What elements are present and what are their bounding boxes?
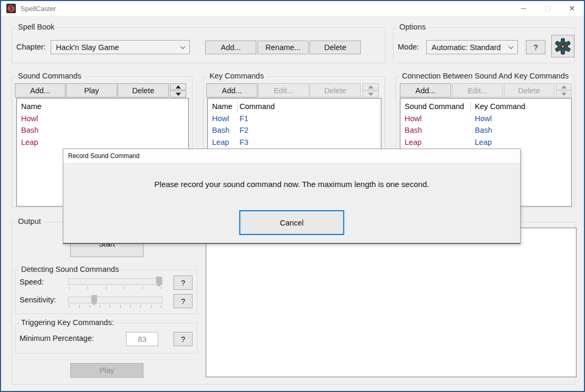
output-play-button: Play	[70, 363, 143, 378]
sound-commands-group-label: Sound Commands	[16, 72, 83, 80]
gear-icon	[554, 38, 571, 55]
move-down-button	[556, 91, 572, 97]
slider-thumb[interactable]	[156, 277, 162, 287]
down-arrow-icon	[561, 93, 567, 96]
speed-ticks	[69, 287, 161, 289]
speed-help-button[interactable]: ?	[174, 276, 193, 290]
connection-add-button[interactable]: Add...	[400, 83, 451, 97]
table-row[interactable]: LeapLeap	[400, 136, 571, 149]
up-arrow-icon	[368, 85, 373, 89]
column-divider	[471, 102, 471, 112]
window-title: SpellCaster	[21, 5, 56, 13]
sound-play-button[interactable]: Play	[66, 83, 117, 97]
down-arrow-icon	[368, 93, 373, 96]
sound-add-button[interactable]: Add...	[15, 83, 65, 97]
triggering-group-label: Triggering Key Commands:	[19, 318, 116, 327]
mode-help-button[interactable]: ?	[526, 40, 545, 54]
connection-group-label: Connection Between Sound And Key Command…	[400, 72, 571, 80]
percentage-help-button[interactable]: ?	[174, 332, 193, 346]
minimum-percentage-field[interactable]	[126, 332, 158, 346]
sound-delete-button[interactable]: Delete	[118, 83, 169, 97]
options-group: Options Mode: Automatic: Standard ?	[393, 27, 575, 63]
dialog-message: Please record your sound command now. Th…	[63, 180, 520, 189]
up-arrow-icon	[176, 85, 181, 89]
output-group: Output Start Detecting Sound Commands Sp…	[12, 222, 575, 385]
connection-reorder-spinner	[556, 83, 572, 97]
sensitivity-ticks	[69, 305, 161, 308]
spell-book-group-label: Spell Book	[16, 23, 56, 31]
connection-delete-button: Delete	[504, 83, 554, 97]
app-window: SpellCaster ✕ Spell Book Chapter: Hack'n…	[0, 0, 585, 392]
maximize-icon	[545, 6, 550, 11]
move-up-button	[556, 83, 572, 90]
move-up-button	[362, 83, 379, 90]
mode-value: Automatic: Standard	[431, 43, 509, 52]
mode-combobox[interactable]: Automatic: Standard	[426, 40, 518, 54]
key-delete-button: Delete	[310, 83, 361, 97]
speed-label: Speed:	[20, 278, 44, 286]
detecting-group: Detecting Sound Commands Speed: ? Sensit…	[15, 270, 197, 314]
chapter-label: Chapter:	[16, 43, 46, 51]
down-arrow-icon	[176, 93, 181, 96]
mode-label: Mode:	[398, 43, 419, 51]
close-button[interactable]: ✕	[560, 1, 584, 16]
chapter-add-button[interactable]: Add...	[205, 41, 256, 54]
list-item[interactable]: Howl	[17, 113, 188, 125]
connection-list-header: Sound CommandKey Command	[400, 101, 571, 113]
column-divider	[237, 102, 238, 112]
chapter-rename-button[interactable]: Rename...	[257, 41, 309, 54]
record-sound-dialog: Record Sound Command Please record your …	[63, 149, 521, 244]
sound-reorder-spinner	[170, 83, 186, 97]
table-row[interactable]: LeapF3	[208, 136, 381, 149]
settings-button[interactable]	[551, 35, 574, 57]
connection-edit-button: Edit...	[452, 83, 503, 97]
cancel-button[interactable]: Cancel	[239, 210, 344, 235]
list-item[interactable]: Leap	[17, 136, 188, 149]
sensitivity-label: Sensitivity:	[20, 296, 56, 304]
key-add-button[interactable]: Add...	[206, 83, 257, 97]
minimize-button[interactable]	[511, 1, 535, 16]
chapter-combobox[interactable]: Hack'n Slay Game	[51, 40, 190, 54]
move-down-button	[362, 91, 379, 97]
up-arrow-icon	[561, 85, 567, 89]
output-group-label: Output	[16, 217, 43, 226]
key-commands-group-label: Key Commands	[207, 72, 266, 80]
spell-book-group: Spell Book Chapter: Hack'n Slay Game Add…	[12, 27, 386, 63]
triggering-group: Triggering Key Commands: Minimum Percent…	[15, 323, 197, 354]
minimize-icon	[521, 8, 526, 9]
minimum-percentage-label: Minimum Percentage:	[20, 334, 94, 342]
key-list-header: NameCommand	[208, 101, 381, 113]
table-row[interactable]: BashBash	[400, 124, 571, 136]
move-up-button[interactable]	[170, 83, 186, 90]
key-edit-button: Edit...	[258, 83, 309, 97]
table-row[interactable]: HowlF1	[208, 113, 381, 125]
output-textarea[interactable]	[206, 228, 577, 377]
dialog-title: Record Sound Command	[68, 152, 139, 160]
slider-thumb[interactable]	[91, 295, 97, 306]
dialog-titlebar[interactable]: Record Sound Command	[63, 149, 520, 163]
key-reorder-spinner	[362, 83, 379, 97]
sensitivity-slider[interactable]	[68, 297, 162, 303]
table-row[interactable]: BashF2	[208, 124, 381, 136]
sound-list-header: Name	[17, 101, 188, 113]
move-down-button[interactable]	[170, 91, 186, 97]
maximize-button	[535, 1, 560, 16]
chapter-delete-button[interactable]: Delete	[310, 41, 361, 54]
chevron-down-icon	[509, 44, 514, 49]
titlebar[interactable]: SpellCaster ✕	[1, 1, 584, 16]
table-row[interactable]: HowlHowl	[400, 113, 571, 125]
chapter-value: Hack'n Slay Game	[56, 43, 181, 52]
speed-slider[interactable]	[68, 278, 162, 285]
detecting-group-label: Detecting Sound Commands	[19, 265, 121, 273]
close-icon: ✕	[569, 5, 575, 12]
chevron-down-icon	[180, 44, 186, 49]
app-icon	[6, 4, 16, 13]
sensitivity-help-button[interactable]: ?	[174, 294, 193, 308]
list-item[interactable]: Bash	[17, 124, 188, 136]
options-group-label: Options	[397, 23, 428, 31]
